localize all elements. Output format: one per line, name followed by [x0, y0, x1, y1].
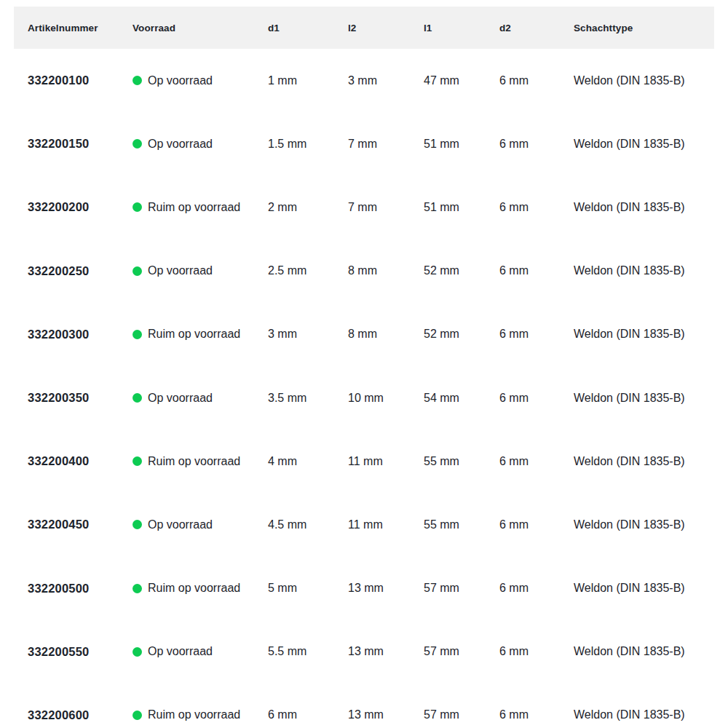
artikelnummer-link[interactable]: 332200200	[28, 200, 132, 214]
artikelnummer-link[interactable]: 332200300	[28, 328, 132, 341]
stock-status: Op voorraad	[132, 74, 268, 87]
schachttype-value: Weldon (DIN 1835-B)	[574, 328, 714, 341]
schachttype-value: Weldon (DIN 1835-B)	[574, 518, 714, 531]
l2-value: 8 mm	[348, 264, 424, 277]
d1-value: 3 mm	[268, 328, 348, 341]
l1-value: 55 mm	[424, 518, 499, 531]
stock-status: Op voorraad	[132, 518, 268, 531]
table-row: 332200400 Ruim op voorraad 4 mm 11 mm 55…	[14, 430, 714, 493]
l2-value: 7 mm	[348, 201, 424, 214]
schachttype-value: Weldon (DIN 1835-B)	[574, 708, 714, 721]
l2-value: 13 mm	[348, 582, 424, 595]
l2-value: 13 mm	[348, 708, 424, 721]
product-spec-table: Artikelnummer Voorraad d1 l2 l1 d2 Schac…	[14, 7, 714, 728]
stock-status-label: Ruim op voorraad	[148, 708, 240, 721]
stock-status: Ruim op voorraad	[132, 708, 268, 721]
l2-value: 8 mm	[348, 328, 424, 341]
artikelnummer-link[interactable]: 332200350	[28, 391, 132, 405]
l2-value: 11 mm	[348, 518, 424, 531]
in-stock-dot-icon	[132, 647, 142, 657]
column-header-voorraad: Voorraad	[132, 23, 268, 33]
stock-status: Op voorraad	[132, 264, 268, 277]
stock-status: Ruim op voorraad	[132, 582, 268, 595]
artikelnummer-link[interactable]: 332200500	[28, 582, 132, 596]
l2-value: 11 mm	[348, 455, 424, 468]
d1-value: 4 mm	[268, 455, 348, 468]
artikelnummer-link[interactable]: 332200450	[28, 518, 132, 531]
table-row: 332200300 Ruim op voorraad 3 mm 8 mm 52 …	[14, 303, 714, 366]
l1-value: 47 mm	[424, 74, 499, 87]
schachttype-value: Weldon (DIN 1835-B)	[574, 582, 714, 595]
stock-status: Ruim op voorraad	[132, 455, 268, 468]
stock-status: Ruim op voorraad	[132, 201, 268, 214]
in-stock-dot-icon	[132, 393, 142, 403]
l1-value: 52 mm	[424, 328, 499, 341]
table-row: 332200550 Op voorraad 5.5 mm 13 mm 57 mm…	[14, 620, 714, 684]
schachttype-value: Weldon (DIN 1835-B)	[574, 645, 714, 658]
d1-value: 3.5 mm	[268, 392, 348, 405]
d2-value: 6 mm	[499, 138, 574, 151]
l2-value: 10 mm	[348, 392, 424, 405]
schachttype-value: Weldon (DIN 1835-B)	[574, 138, 714, 151]
table-row: 332200500 Ruim op voorraad 5 mm 13 mm 57…	[14, 557, 714, 620]
column-header-l1: l1	[424, 23, 499, 33]
l1-value: 51 mm	[424, 201, 499, 214]
table-row: 332200450 Op voorraad 4.5 mm 11 mm 55 mm…	[14, 493, 714, 556]
schachttype-value: Weldon (DIN 1835-B)	[574, 455, 714, 468]
d2-value: 6 mm	[499, 518, 574, 531]
l1-value: 52 mm	[424, 264, 499, 277]
l1-value: 57 mm	[424, 645, 499, 658]
l1-value: 51 mm	[424, 138, 499, 151]
in-stock-dot-icon	[132, 711, 142, 720]
artikelnummer-link[interactable]: 332200400	[28, 454, 132, 468]
stock-status-label: Op voorraad	[148, 264, 213, 277]
d2-value: 6 mm	[499, 455, 574, 468]
d2-value: 6 mm	[499, 264, 574, 277]
schachttype-value: Weldon (DIN 1835-B)	[574, 264, 714, 277]
d1-value: 6 mm	[268, 708, 348, 721]
l2-value: 3 mm	[348, 74, 424, 87]
table-row: 332200100 Op voorraad 1 mm 3 mm 47 mm 6 …	[14, 49, 714, 112]
stock-status-label: Op voorraad	[148, 645, 213, 658]
d1-value: 1 mm	[268, 74, 348, 87]
in-stock-dot-icon	[132, 330, 142, 339]
d2-value: 6 mm	[499, 708, 574, 721]
d2-value: 6 mm	[499, 328, 574, 341]
stock-status-label: Op voorraad	[148, 74, 213, 87]
table-row: 332200600 Ruim op voorraad 6 mm 13 mm 57…	[14, 684, 714, 728]
stock-status: Ruim op voorraad	[132, 328, 268, 341]
d2-value: 6 mm	[499, 74, 574, 87]
artikelnummer-link[interactable]: 332200550	[28, 645, 132, 659]
d2-value: 6 mm	[499, 582, 574, 595]
d1-value: 4.5 mm	[268, 518, 348, 531]
table-header-row: Artikelnummer Voorraad d1 l2 l1 d2 Schac…	[14, 7, 714, 49]
in-stock-dot-icon	[132, 266, 142, 276]
schachttype-value: Weldon (DIN 1835-B)	[574, 74, 714, 87]
table-body: 332200100 Op voorraad 1 mm 3 mm 47 mm 6 …	[14, 49, 714, 728]
l1-value: 55 mm	[424, 455, 499, 468]
stock-status: Op voorraad	[132, 138, 268, 151]
artikelnummer-link[interactable]: 332200150	[28, 137, 132, 151]
table-row: 332200250 Op voorraad 2.5 mm 8 mm 52 mm …	[14, 240, 714, 303]
in-stock-dot-icon	[132, 456, 142, 466]
stock-status-label: Op voorraad	[148, 138, 213, 151]
stock-status: Op voorraad	[132, 645, 268, 658]
column-header-l2: l2	[348, 23, 424, 33]
in-stock-dot-icon	[132, 584, 142, 593]
schachttype-value: Weldon (DIN 1835-B)	[574, 392, 714, 405]
stock-status-label: Ruim op voorraad	[148, 328, 240, 341]
artikelnummer-link[interactable]: 332200600	[28, 708, 132, 722]
in-stock-dot-icon	[132, 520, 142, 529]
artikelnummer-link[interactable]: 332200100	[28, 74, 132, 87]
stock-status-label: Op voorraad	[148, 392, 213, 405]
artikelnummer-link[interactable]: 332200250	[28, 264, 132, 278]
column-header-d2: d2	[499, 23, 574, 33]
l1-value: 54 mm	[424, 392, 499, 405]
table-row: 332200150 Op voorraad 1.5 mm 7 mm 51 mm …	[14, 112, 714, 175]
column-header-d1: d1	[268, 23, 348, 33]
in-stock-dot-icon	[132, 76, 142, 85]
table-row: 332200350 Op voorraad 3.5 mm 10 mm 54 mm…	[14, 366, 714, 430]
l2-value: 13 mm	[348, 645, 424, 658]
in-stock-dot-icon	[132, 202, 142, 212]
d1-value: 5 mm	[268, 582, 348, 595]
